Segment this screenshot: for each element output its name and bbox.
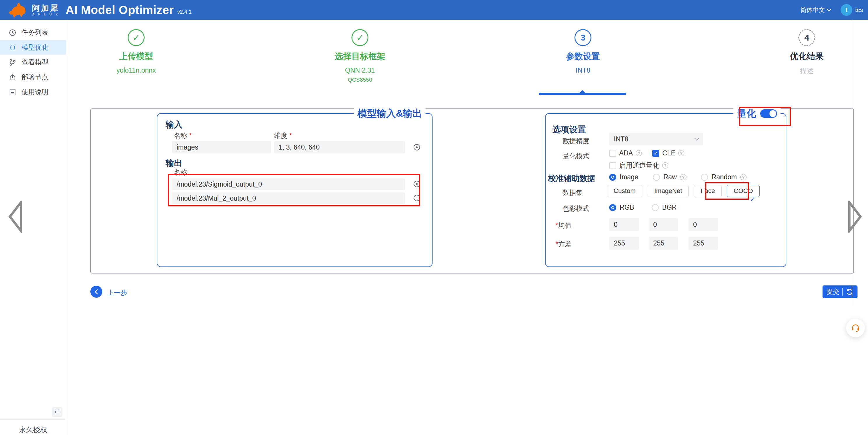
language-label: 简体中文 [800,6,825,14]
brand-block: 阿加犀 A P L U X [32,4,59,16]
output-section-title: 输出 [165,157,182,169]
input-name-field[interactable]: images [172,141,271,153]
license-label: 永久授权 [0,425,66,434]
submit-button[interactable]: 提交 [823,285,858,298]
help-icon[interactable]: ? [662,162,668,168]
output-field[interactable]: /model.23/Mul_2_output_0 [172,192,405,204]
precision-select[interactable]: INT8 [609,133,703,146]
mean-field-b[interactable]: 0 [688,218,718,231]
aplux-logo-icon [5,2,29,18]
sidebar-item-usage-guide[interactable]: 使用说明 [0,85,66,99]
raw-radio[interactable] [653,174,660,181]
step-1-upload-model[interactable]: ✓ 上传模型 yolo11n.onnx [55,29,218,74]
variance-label: *方差 [556,240,571,249]
precision-value: INT8 [614,135,628,143]
content-edge-line [852,20,852,306]
step-subtitle: yolo11n.onnx [55,66,218,74]
required-mark: * [289,132,292,139]
step-4-optimization-result[interactable]: 4 优化结果 描述 [725,29,868,75]
required-mark: * [189,132,191,139]
sidebar-item-label: 使用说明 [22,88,49,96]
avatar[interactable]: t [841,4,852,16]
step-3-parameter-settings[interactable]: 3 参数设置 INT8 [501,29,664,74]
step-title: 选择目标框架 [278,51,441,62]
sidebar-item-label: 任务列表 [22,28,49,37]
ada-label: ADA [619,149,633,157]
chevron-down-icon [827,7,832,12]
dataset-buttons-row: Custom ImageNet Face COCO ✓ [607,185,760,197]
dataset-custom-button[interactable]: Custom [607,185,642,197]
previous-step-label[interactable]: 上一步 [107,288,127,298]
sidebar-item-deploy-node[interactable]: 部署节点 [0,70,66,85]
bgr-label: BGR [662,204,677,211]
support-fab-button[interactable] [846,319,865,337]
required-mark: * [556,240,558,248]
dataset-imagenet-button[interactable]: ImageNet [648,185,689,197]
help-icon[interactable]: ? [740,174,746,180]
sidebar-item-model-optimize[interactable]: 模型优化 [0,40,66,55]
output-name-label: 名称 [174,168,187,177]
document-icon [9,88,16,96]
input-dim-label: 维度 * [274,131,292,140]
quantization-toggle[interactable] [760,109,777,118]
dataset-face-button[interactable]: Face [694,185,722,197]
ada-checkbox-row: ADA ? ✓ CLE ? [609,149,684,157]
random-radio[interactable] [701,174,708,181]
bgr-radio[interactable] [652,204,659,211]
step-number: 3 [575,29,591,46]
app-header: 阿加犀 A P L U X AI Model Optimizer v2.4.1 … [0,0,868,20]
carousel-next-arrow[interactable] [848,200,862,234]
triangle-left-icon [8,200,22,232]
step-number: 4 [798,29,815,46]
locate-target-icon[interactable] [413,143,421,151]
cle-checkbox[interactable]: ✓ [652,150,659,157]
mean-field-r[interactable]: 0 [609,218,639,231]
step-subtitle: INT8 [501,66,664,74]
remove-circle-icon[interactable] [413,194,421,202]
help-icon[interactable]: ? [636,150,642,156]
sidebar-collapse-button[interactable] [52,407,62,417]
previous-step-button[interactable] [90,286,102,298]
locate-target-icon[interactable] [413,180,421,188]
options-section-title: 选项设置 [552,124,586,135]
button-divider [842,288,843,296]
rgb-radio[interactable] [609,204,616,211]
help-icon[interactable]: ? [678,150,684,156]
sidebar-item-task-list[interactable]: 任务列表 [0,25,66,40]
sidebar-item-label: 模型优化 [22,43,49,52]
calibration-options-row: Image Raw ? Random ? [609,173,746,181]
quant-mode-label: 量化模式 [562,152,589,161]
step-subtitle: 描述 [725,66,868,75]
chevron-left-icon [94,289,98,295]
headset-icon [851,323,860,332]
step-2-target-framework[interactable]: ✓ 选择目标框架 QNN 2.31 QCS8550 [278,29,441,83]
image-radio[interactable] [609,174,616,181]
calibration-data-label: 校准辅助数据 [548,173,595,184]
variance-field-b[interactable]: 255 [688,237,718,250]
ada-checkbox[interactable] [609,150,616,157]
sidebar-divider [0,419,66,420]
app-version: v2.4.1 [177,9,191,15]
sync-icon [846,288,854,296]
language-switcher[interactable]: 简体中文 [800,6,831,14]
dataset-label: 数据集 [562,188,583,197]
raw-label: Raw [663,173,677,181]
channel-quant-checkbox[interactable] [609,162,616,169]
carousel-prev-arrow[interactable] [8,200,22,234]
help-icon[interactable]: ? [680,174,686,180]
input-dims-field[interactable]: 1, 3, 640, 640 [274,141,405,153]
submit-label: 提交 [827,287,839,296]
color-mode-label: 色彩模式 [562,204,589,213]
precision-label: 数据精度 [562,136,589,146]
mean-field-g[interactable]: 0 [649,218,678,231]
input-name-label: 名称 * [174,131,191,140]
required-mark: * [556,222,558,229]
input-section-title: 输入 [165,119,182,131]
variance-field-r[interactable]: 255 [609,237,639,250]
app-title: AI Model Optimizer [66,3,174,17]
output-field[interactable]: /model.23/Sigmoid_output_0 [172,179,405,190]
dataset-coco-button[interactable]: COCO ✓ [727,185,760,197]
step-check-icon: ✓ [128,29,145,46]
sidebar-item-view-model[interactable]: 查看模型 [0,55,66,70]
variance-field-g[interactable]: 255 [649,237,678,250]
